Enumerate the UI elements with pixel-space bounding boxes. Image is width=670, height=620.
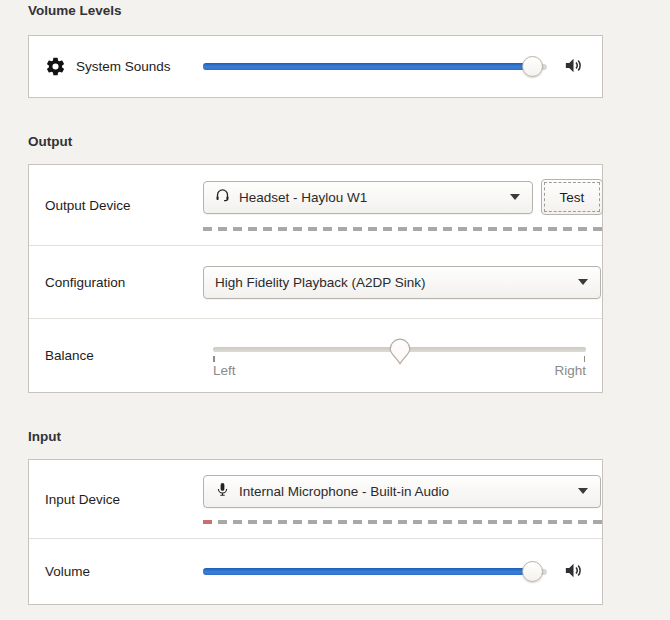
balance-thumb[interactable] — [389, 338, 411, 366]
input-volume-label: Volume — [45, 564, 90, 579]
output-device-label: Output Device — [45, 198, 131, 213]
configuration-value: High Fidelity Playback (A2DP Sink) — [215, 275, 568, 290]
configuration-dropdown[interactable]: High Fidelity Playback (A2DP Sink) — [203, 266, 601, 299]
input-level-meter — [203, 520, 603, 524]
chevron-down-icon — [578, 488, 588, 494]
input-device-value: Internal Microphone - Built-in Audio — [239, 484, 568, 499]
sound-settings-panel: Volume Levels System Sounds — [0, 0, 603, 605]
configuration-row: Configuration High Fidelity Playback (A2… — [29, 245, 602, 318]
section-title-output: Output — [28, 134, 603, 150]
section-title-volume-levels: Volume Levels — [28, 3, 603, 19]
input-device-row: Input Device Internal Microphone - Built… — [29, 460, 602, 538]
output-device-dropdown[interactable]: Headset - Haylou W1 — [203, 181, 533, 214]
balance-right-label: Right — [554, 363, 586, 378]
output-level-meter — [203, 227, 603, 231]
slider-thumb[interactable] — [522, 561, 543, 582]
balance-row: Balance Left Right — [29, 318, 602, 392]
output-device-row: Output Device Headset - Haylou W1 Test — [29, 165, 602, 245]
balance-left-label: Left — [213, 363, 236, 378]
input-peak-indicator — [203, 520, 212, 524]
system-sounds-volume-slider[interactable] — [203, 56, 547, 78]
section-title-input: Input — [28, 429, 603, 445]
input-device-label: Input Device — [45, 492, 120, 507]
speaker-icon — [564, 562, 583, 582]
microphone-icon — [215, 482, 230, 500]
input-volume-mute-button[interactable] — [564, 562, 583, 582]
input-card: Input Device Internal Microphone - Built… — [28, 459, 603, 605]
system-sounds-mute-button[interactable] — [564, 57, 583, 77]
test-button[interactable]: Test — [541, 179, 603, 215]
output-device-value: Headset - Haylou W1 — [239, 190, 500, 205]
balance-left-tick — [213, 356, 215, 362]
input-volume-row: Volume — [29, 538, 602, 604]
system-sounds-label: System Sounds — [76, 59, 171, 74]
headset-icon — [215, 188, 230, 206]
input-volume-slider[interactable] — [203, 561, 547, 583]
volume-levels-card: System Sounds — [28, 35, 603, 98]
chevron-down-icon — [510, 194, 520, 200]
system-sounds-row: System Sounds — [29, 36, 602, 97]
balance-label: Balance — [45, 348, 94, 363]
speaker-icon — [564, 57, 583, 77]
chevron-down-icon — [578, 279, 588, 285]
balance-slider[interactable]: Left Right — [213, 333, 586, 378]
gear-icon — [45, 56, 66, 77]
input-device-dropdown[interactable]: Internal Microphone - Built-in Audio — [203, 475, 601, 508]
output-card: Output Device Headset - Haylou W1 Test — [28, 164, 603, 393]
balance-right-tick — [584, 356, 586, 362]
configuration-label: Configuration — [45, 275, 125, 290]
slider-thumb[interactable] — [522, 56, 543, 77]
